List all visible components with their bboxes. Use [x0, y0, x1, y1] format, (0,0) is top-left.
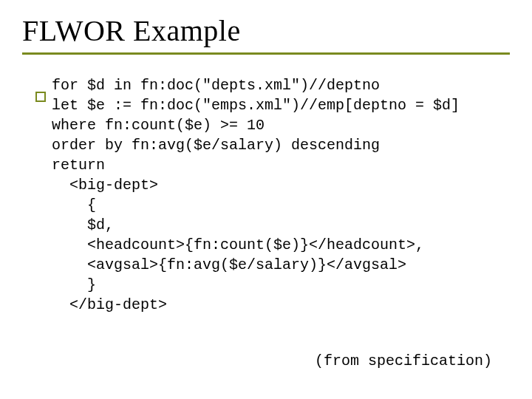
bullet-icon [35, 92, 46, 102]
source-footnote: (from specification) [315, 352, 492, 369]
code-block: for $d in fn:doc("depts.xml")//deptno le… [52, 75, 502, 315]
slide-title: FLWOR Example [22, 13, 532, 48]
